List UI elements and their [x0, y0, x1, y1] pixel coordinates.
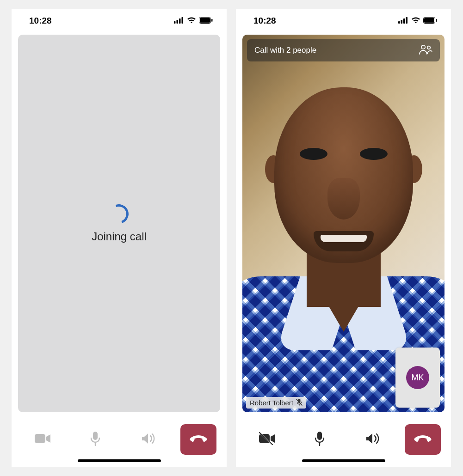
call-controls: [12, 412, 227, 467]
svg-point-17: [421, 45, 425, 49]
mic-muted-icon: [296, 398, 302, 407]
svg-rect-22: [259, 434, 270, 443]
svg-rect-3: [182, 17, 184, 24]
wifi-icon: [187, 16, 196, 26]
svg-rect-12: [403, 18, 405, 24]
hangup-button[interactable]: [180, 424, 216, 455]
call-header-bar: Call with 2 people: [247, 39, 440, 61]
svg-point-18: [427, 46, 431, 49]
status-time: 10:28: [29, 16, 52, 26]
spinner-icon: [106, 201, 132, 227]
svg-rect-6: [211, 19, 213, 22]
participant-name: Robert Tolbert: [250, 399, 293, 407]
camera-off-icon: [259, 432, 275, 447]
avatar-initials: MK: [412, 373, 424, 383]
svg-rect-13: [406, 17, 408, 24]
speaker-toggle-button[interactable]: [352, 424, 394, 455]
participants-button[interactable]: [419, 44, 432, 57]
svg-rect-7: [35, 434, 45, 443]
svg-rect-10: [398, 21, 400, 24]
status-bar: 10:28: [236, 9, 451, 32]
call-stage-video[interactable]: Call with 2 people Robert Tolbert MK: [242, 35, 444, 412]
svg-rect-1: [177, 20, 179, 24]
mic-toggle-button[interactable]: [299, 424, 340, 455]
cellular-icon: [398, 16, 408, 26]
hangup-button[interactable]: [405, 424, 441, 455]
battery-icon: [423, 16, 437, 26]
svg-rect-25: [317, 432, 322, 440]
svg-rect-15: [424, 18, 434, 23]
svg-rect-11: [401, 20, 403, 24]
status-bar: 10:28: [12, 9, 227, 32]
call-title: Call with 2 people: [254, 46, 316, 55]
home-indicator[interactable]: [302, 459, 385, 462]
status-time: 10:28: [253, 16, 276, 26]
self-avatar: MK: [406, 366, 429, 389]
hangup-icon: [189, 434, 208, 445]
speaker-icon: [141, 432, 156, 447]
svg-rect-8: [93, 432, 98, 440]
mic-toggle-button[interactable]: [74, 424, 116, 455]
status-indicators: [398, 16, 437, 26]
camera-toggle-button[interactable]: [246, 424, 288, 455]
loading-indicator: Joining call: [92, 204, 147, 243]
svg-rect-16: [436, 19, 437, 22]
status-indicators: [174, 16, 213, 26]
cellular-icon: [174, 16, 184, 26]
svg-rect-2: [179, 18, 181, 24]
phone-joining: 10:28 Joining call: [12, 9, 227, 467]
speaker-icon: [365, 432, 381, 447]
battery-icon: [199, 16, 213, 26]
microphone-icon: [314, 431, 326, 448]
svg-rect-0: [174, 21, 176, 24]
self-view-tile[interactable]: MK: [395, 348, 440, 408]
call-stage-loading: Joining call: [18, 35, 220, 412]
hangup-icon: [414, 434, 432, 445]
call-controls: [236, 412, 451, 467]
participant-name-tag: Robert Tolbert: [246, 397, 306, 409]
camera-icon: [34, 433, 51, 446]
people-icon: [419, 48, 432, 56]
phone-active-call: 10:28 Call with 2 people: [236, 9, 451, 467]
wifi-icon: [411, 16, 420, 26]
home-indicator[interactable]: [78, 459, 161, 462]
camera-toggle-button[interactable]: [22, 424, 63, 455]
svg-rect-5: [200, 18, 210, 23]
microphone-icon: [89, 431, 101, 448]
speaker-toggle-button[interactable]: [128, 424, 169, 455]
loading-text: Joining call: [92, 230, 147, 243]
